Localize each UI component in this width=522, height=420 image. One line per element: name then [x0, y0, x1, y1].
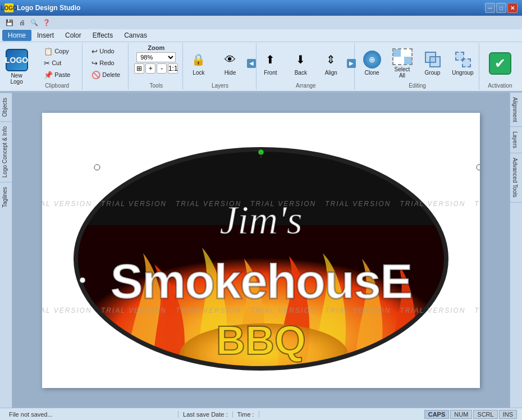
app-container: 💾 🖨 🔍 ❓ Home Insert Color Effects Canvas…: [0, 16, 522, 420]
menu-home[interactable]: Home: [2, 30, 31, 41]
hide-icon: 👁: [221, 51, 239, 69]
back-icon: ⬇: [292, 51, 310, 69]
clipboard-label: Clipboard: [32, 83, 82, 89]
clone-button[interactable]: ⊕ Clone: [358, 47, 387, 80]
new-logo-label: New Logo: [11, 72, 23, 85]
back-button[interactable]: ⬇ Back: [286, 47, 315, 80]
canvas-container: in 0 1 2 3 4: [12, 93, 510, 408]
paste-icon: 📌: [44, 71, 53, 79]
print-quick-button[interactable]: 🖨: [17, 17, 27, 28]
toolbar-area: 💾 🖨 🔍 ❓ Home Insert Color Effects Canvas…: [0, 16, 522, 93]
layers-group: 🔒 Lock 👁 Hide ◀ Layers: [184, 43, 256, 90]
ribbon: LOGO New Logo 📋 Copy ✂ Cut 📌 Pas: [0, 42, 522, 92]
ins-indicator: INS: [499, 410, 517, 419]
close-button[interactable]: ✕: [507, 3, 518, 13]
group-button[interactable]: Group: [418, 47, 447, 80]
clipboard-group: 📋 Copy ✂ Cut 📌 Paste Clipboard: [32, 43, 83, 90]
svg-text:Jim's: Jim's: [219, 198, 302, 243]
zoom-actual-button[interactable]: 1:1: [168, 63, 178, 74]
copy-button[interactable]: 📋 Copy: [42, 45, 71, 57]
svg-text:BBQ: BBQ: [216, 318, 306, 363]
select-all-button[interactable]: Select All: [388, 47, 417, 80]
sidebar-advanced-tools[interactable]: Advanced Tools: [510, 153, 522, 202]
tools-label: Tools: [130, 83, 182, 89]
titlebar: LOGO Logo Design Studio ─ □ ✕: [0, 0, 522, 16]
last-save-label: Last save Date :: [178, 411, 233, 418]
history-group: ↩ Undo ↪ Redo 🚫 Delete: [84, 43, 129, 90]
window-controls: ─ □ ✕: [485, 3, 518, 13]
maximize-button[interactable]: □: [496, 3, 506, 13]
cut-button[interactable]: ✂ Cut: [42, 57, 63, 69]
zoom-select[interactable]: 98% 50% 75% 100% 150%: [136, 52, 176, 62]
front-icon: ⬆: [262, 51, 280, 69]
sidebar-taglines[interactable]: Taglines: [0, 182, 12, 212]
cut-icon: ✂: [44, 59, 50, 67]
svg-text:SmokehousE: SmokehousE: [110, 253, 411, 309]
undo-icon: ↩: [91, 47, 98, 56]
align-icon: ⇕: [322, 51, 340, 69]
lock-icon: 🔒: [190, 51, 208, 69]
paste-button[interactable]: 📌 Paste: [42, 69, 72, 80]
layers-arrow-left[interactable]: ◀: [247, 59, 256, 68]
caps-indicator: CAPS: [424, 410, 450, 419]
clone-icon: ⊕: [363, 51, 381, 69]
editing-label: Editing: [356, 83, 479, 89]
align-button[interactable]: ⇕ Align: [317, 47, 346, 80]
design-canvas[interactable]: TRIAL VERSION TRIAL VERSION TRIAL VERSIO…: [12, 103, 510, 408]
svg-point-33: [80, 277, 85, 283]
save-quick-button[interactable]: 💾: [4, 17, 15, 28]
activation-button[interactable]: ✔: [484, 52, 516, 75]
minimize-button[interactable]: ─: [485, 3, 495, 13]
editing-group: ⊕ Clone Select All: [356, 43, 479, 90]
front-button[interactable]: ⬆ Front: [256, 47, 285, 80]
lock-button[interactable]: 🔒 Lock: [184, 47, 213, 80]
select-all-icon: [392, 48, 413, 65]
zoom-buttons: ⊞ + - 1:1: [134, 63, 178, 74]
undo-button[interactable]: ↩ Undo: [89, 45, 116, 57]
sidebar-alignment[interactable]: Alignment: [510, 93, 522, 127]
sidebar-logo-concept[interactable]: Logo Concept & Info: [0, 121, 12, 182]
layers-label: Layers: [184, 83, 255, 89]
redo-button[interactable]: ↪ Redo: [89, 57, 116, 69]
app-title: Logo Design Studio: [17, 4, 485, 12]
activation-icon: ✔: [489, 52, 511, 75]
time-label: Time :: [233, 411, 259, 418]
menu-canvas[interactable]: Canvas: [118, 30, 153, 41]
sidebar-layers[interactable]: Layers: [510, 127, 522, 153]
ungroup-button[interactable]: Ungroup: [448, 47, 478, 80]
file-status: File not saved...: [4, 411, 178, 418]
arrange-group: ⬆ Front ⬇ Back ⇕ Align ▶ Arrange: [258, 43, 355, 90]
menu-insert[interactable]: Insert: [31, 30, 59, 41]
zoom-label: Zoom: [148, 44, 164, 51]
ungroup-icon: [454, 51, 472, 69]
scrl-indicator: SCRL: [473, 410, 497, 419]
right-sidebar: Alignment Layers Advanced Tools: [510, 93, 522, 408]
new-logo-button[interactable]: LOGO New Logo: [2, 43, 31, 90]
svg-point-36: [94, 165, 100, 170]
hide-button[interactable]: 👁 Hide: [216, 47, 245, 80]
activation-group: ✔ Activation: [480, 43, 520, 90]
zoom-in-button[interactable]: +: [145, 63, 155, 74]
delete-icon: 🚫: [91, 71, 100, 79]
logo-svg: Jim's SmokehousE BBQ: [42, 113, 480, 388]
delete-button[interactable]: 🚫 Delete: [89, 69, 122, 80]
group-icon: [424, 51, 442, 69]
white-canvas: TRIAL VERSION TRIAL VERSION TRIAL VERSIO…: [42, 113, 480, 388]
activation-label: Activation: [480, 83, 520, 89]
copy-icon: 📋: [44, 47, 53, 56]
menu-color[interactable]: Color: [59, 30, 87, 41]
menu-effects[interactable]: Effects: [87, 30, 118, 41]
zoom-group: Zoom 98% 50% 75% 100% 150% ⊞ + - 1:1 Too…: [130, 43, 183, 90]
quick-access-toolbar: 💾 🖨 🔍 ❓: [0, 16, 522, 29]
canvas-body: 0 1 2 3 TRIAL VERSIO: [12, 103, 510, 408]
arrange-arrow-right[interactable]: ▶: [347, 59, 356, 68]
zoom-fit-button[interactable]: ⊞: [134, 63, 144, 74]
main-content: Objects Logo Concept & Info Taglines in …: [0, 93, 522, 408]
zoom-out-button[interactable]: -: [157, 63, 167, 74]
num-indicator: NUM: [450, 410, 472, 419]
help-quick-button[interactable]: ❓: [42, 17, 52, 28]
sidebar-objects[interactable]: Objects: [0, 93, 12, 121]
statusbar: File not saved... Last save Date : Time …: [0, 408, 522, 420]
zoom-quick-button[interactable]: 🔍: [29, 17, 39, 28]
svg-point-37: [477, 165, 480, 170]
